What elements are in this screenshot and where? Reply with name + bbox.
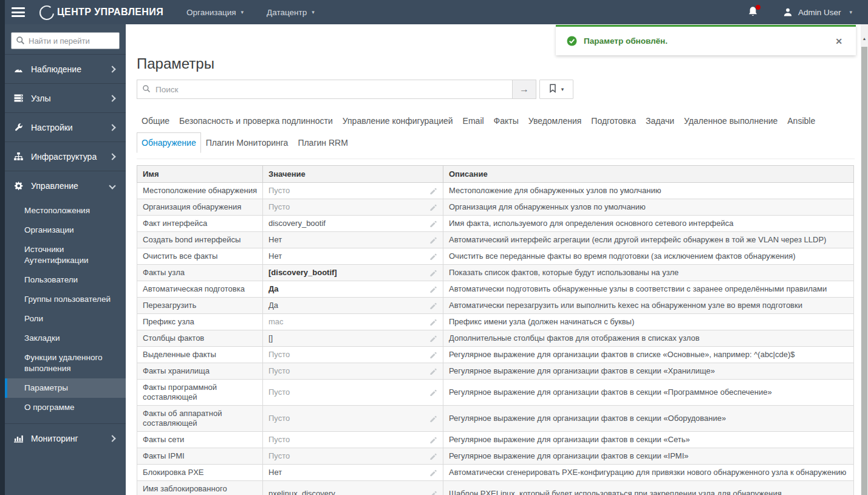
tab[interactable]: Email bbox=[458, 111, 489, 131]
column-header-name: Имя bbox=[137, 166, 263, 183]
sidebar-subitem[interactable]: Роли bbox=[5, 309, 126, 329]
edit-pencil-icon[interactable] bbox=[429, 436, 437, 444]
tab[interactable]: Ansible bbox=[782, 111, 820, 131]
setting-value: Нет bbox=[268, 468, 425, 477]
tab[interactable]: Плагин RRM bbox=[293, 132, 352, 153]
sidebar-subitem[interactable]: Группы пользователей bbox=[5, 290, 126, 309]
edit-pencil-icon[interactable] bbox=[429, 389, 437, 397]
edit-pencil-icon[interactable] bbox=[429, 236, 437, 244]
vertical-scrollbar[interactable]: ▲ bbox=[861, 24, 868, 495]
scrollbar-thumb[interactable] bbox=[861, 47, 867, 495]
datacenter-menu[interactable]: Датацентр ▾ bbox=[267, 8, 315, 17]
setting-description: Шаблон PXELinux, который будет использов… bbox=[443, 481, 854, 495]
edit-pencil-icon[interactable] bbox=[429, 220, 437, 228]
sidebar-item[interactable]: Наблюдение bbox=[5, 54, 126, 83]
tab[interactable]: Безопасность и проверка подлинности bbox=[174, 111, 338, 131]
setting-value: [] bbox=[268, 333, 425, 343]
sidebar-item[interactable]: Управление bbox=[5, 171, 126, 200]
setting-description: Автоматически подготовить обнаруженные у… bbox=[443, 281, 854, 298]
caret-down-icon: ▾ bbox=[849, 9, 852, 15]
edit-pencil-icon[interactable] bbox=[429, 187, 437, 195]
setting-description: Автоматически перезагрузить или выполнит… bbox=[443, 298, 854, 314]
column-header-value: Значение bbox=[263, 166, 443, 183]
setting-name: Факты хранилища bbox=[137, 363, 263, 380]
close-icon[interactable]: ✕ bbox=[835, 36, 842, 46]
tab[interactable]: Уведомления bbox=[524, 111, 587, 131]
sidebar-search-input[interactable] bbox=[11, 32, 120, 49]
edit-pencil-icon[interactable] bbox=[429, 335, 437, 343]
bar-chart-icon bbox=[13, 434, 24, 443]
sidebar-subitem[interactable]: Пользователи bbox=[5, 270, 126, 290]
tab[interactable]: Удаленное выполнение bbox=[679, 111, 782, 131]
organization-menu[interactable]: Организация ▾ bbox=[186, 8, 244, 17]
search-submit-button[interactable]: → bbox=[512, 80, 536, 99]
table-row: Факты сети Пусто Регулярное выражение дл… bbox=[137, 432, 854, 448]
scroll-up-icon[interactable]: ▲ bbox=[861, 35, 868, 43]
edit-pencil-icon[interactable] bbox=[429, 302, 437, 310]
bookmark-dropdown-button[interactable]: ▾ bbox=[539, 80, 573, 99]
sidebar-item[interactable]: Настройки bbox=[5, 112, 126, 142]
setting-value: Нет bbox=[268, 251, 425, 261]
toast-message: Параметр обновлён. bbox=[584, 36, 668, 46]
sidebar-subitem[interactable]: О программе bbox=[5, 398, 126, 417]
caret-down-icon: ▾ bbox=[561, 86, 564, 92]
table-row: Факты программной составляющей Пусто Рег… bbox=[137, 380, 854, 406]
setting-name: Префикс узла bbox=[137, 314, 263, 330]
setting-name: Создать bond интерфейсы bbox=[137, 232, 263, 248]
sidebar-subitem[interactable]: Организации bbox=[5, 220, 126, 240]
tab[interactable]: Задачи bbox=[641, 111, 679, 131]
edit-pencil-icon[interactable] bbox=[429, 269, 437, 277]
tab[interactable]: Подготовка bbox=[586, 111, 641, 131]
setting-value: discovery_bootif bbox=[268, 219, 425, 228]
sidebar-subitem[interactable]: Местоположения bbox=[5, 201, 126, 220]
edit-pencil-icon[interactable] bbox=[429, 203, 437, 211]
setting-description: Имя факта, используемого для определения… bbox=[443, 216, 854, 232]
search-bar: → ▾ bbox=[137, 80, 861, 99]
setting-description: Организация для обнаруженных узлов по ум… bbox=[443, 199, 854, 216]
setting-name: Очистить все факты bbox=[137, 248, 263, 265]
edit-pencil-icon[interactable] bbox=[429, 367, 437, 375]
setting-name: Факты IPMI bbox=[137, 448, 263, 465]
setting-description: Показать список фактов, которые будут ис… bbox=[443, 265, 854, 281]
sidebar-item[interactable]: Инфраструктура bbox=[5, 142, 126, 171]
tab[interactable]: Обнаружение bbox=[137, 132, 201, 153]
setting-name: Автоматическая подготовка bbox=[137, 281, 263, 298]
search-input[interactable] bbox=[137, 80, 512, 99]
table-row: Выделенные факты Пусто Регулярное выраже… bbox=[137, 347, 854, 363]
sidebar-subitem[interactable]: Параметры bbox=[5, 378, 126, 398]
hamburger-icon[interactable] bbox=[12, 7, 25, 17]
sidebar-subitem[interactable]: Функции удаленного выполнения bbox=[5, 348, 126, 378]
success-toast: Параметр обновлён. ✕ bbox=[556, 25, 856, 55]
edit-pencil-icon[interactable] bbox=[429, 318, 437, 326]
setting-value: Пусто bbox=[268, 350, 425, 360]
edit-pencil-icon[interactable] bbox=[429, 351, 437, 359]
user-menu[interactable]: Admin User ▾ bbox=[783, 7, 852, 17]
gear-icon bbox=[13, 181, 24, 191]
column-header-description: Описание bbox=[443, 166, 854, 183]
table-row: Факты об аппаратной составляющей Пусто Р… bbox=[137, 406, 854, 432]
tab[interactable]: Факты bbox=[489, 111, 524, 131]
edit-pencil-icon[interactable] bbox=[429, 452, 437, 460]
settings-tabs: Общие Безопасность и проверка подлинност… bbox=[137, 111, 855, 159]
setting-value: Пусто bbox=[268, 366, 425, 376]
tab[interactable]: Общие bbox=[137, 111, 174, 131]
edit-pencil-icon[interactable] bbox=[429, 469, 437, 477]
tab[interactable]: Управление конфигурацией bbox=[338, 111, 458, 131]
brand-logo-icon bbox=[38, 3, 56, 21]
user-icon bbox=[783, 7, 793, 17]
sidebar-item[interactable]: Мониторинг bbox=[5, 423, 126, 452]
sidebar-subitem[interactable]: Закладки bbox=[5, 329, 126, 348]
brand[interactable]: ЦЕНТР УПРАВЛЕНИЯ bbox=[38, 3, 163, 21]
edit-pencil-icon[interactable] bbox=[429, 253, 437, 261]
edit-pencil-icon[interactable] bbox=[429, 285, 437, 293]
sidebar-item[interactable]: Узлы bbox=[5, 83, 126, 112]
caret-down-icon: ▾ bbox=[312, 9, 315, 15]
server-icon bbox=[13, 94, 24, 103]
edit-pencil-icon[interactable] bbox=[429, 415, 437, 423]
edit-pencil-icon[interactable] bbox=[429, 490, 437, 495]
notifications-bell-icon[interactable] bbox=[748, 6, 759, 18]
sidebar-subitem[interactable]: Источники Аутентификации bbox=[5, 240, 126, 270]
tab[interactable]: Плагин Мониторинга bbox=[201, 132, 293, 153]
setting-description: Регулярное выражение для организации фак… bbox=[443, 432, 854, 448]
setting-value: pxelinux_discovery bbox=[268, 489, 425, 495]
